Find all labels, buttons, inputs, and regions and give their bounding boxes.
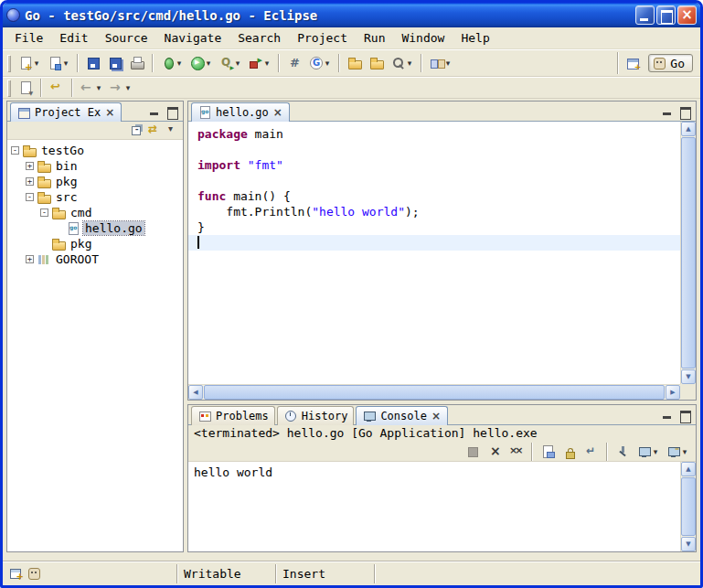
display-selected-console-button[interactable] (634, 441, 662, 463)
maximize-view-button[interactable] (164, 103, 180, 119)
close-window-button[interactable] (677, 5, 697, 25)
forward-button[interactable] (107, 77, 134, 99)
tree-expander-icon[interactable]: - (40, 208, 48, 217)
tree-expander-icon[interactable]: + (26, 162, 34, 170)
debug-button[interactable] (158, 52, 186, 74)
external-tools-button[interactable] (246, 52, 273, 74)
menu-item-project[interactable]: Project (289, 29, 356, 47)
scrollbar-thumb[interactable] (681, 477, 696, 536)
collapse-all-button[interactable] (129, 122, 145, 137)
scroll-lock-button[interactable] (559, 441, 580, 463)
menu-item-source[interactable]: Source (97, 29, 156, 47)
menu-item-run[interactable]: Run (356, 29, 393, 47)
new-wizard-button[interactable] (16, 52, 43, 74)
tab-project-explorer[interactable]: Project Ex (10, 102, 122, 122)
code-line[interactable]: import "fmt" (188, 157, 680, 173)
toolbar-grip[interactable] (7, 55, 10, 71)
maximize-view-button[interactable] (676, 103, 693, 119)
team-button[interactable] (427, 52, 454, 74)
code-line[interactable]: fmt.Println("hello world"); (188, 204, 680, 219)
tree-item-pkg[interactable]: +pkg (7, 174, 183, 189)
tree-item-goroot[interactable]: +GOROOT (7, 251, 183, 267)
code-line[interactable] (188, 173, 680, 188)
tab-history[interactable]: History (277, 406, 355, 425)
tree-expander-icon[interactable]: + (26, 255, 34, 263)
tree-item-pkg[interactable]: pkg (7, 236, 183, 251)
close-icon[interactable] (272, 106, 283, 119)
tree-item-src[interactable]: -src (7, 189, 183, 205)
scroll-left-icon[interactable] (188, 385, 203, 400)
scroll-down-icon[interactable] (681, 369, 696, 384)
search-button[interactable] (389, 52, 416, 74)
word-wrap-button[interactable] (581, 441, 602, 463)
view-menu-button[interactable] (164, 122, 180, 137)
title-bar[interactable]: Go - testGo/src/cmd/hello.go - Eclipse (3, 3, 700, 27)
pin-console-button[interactable] (612, 441, 633, 463)
scroll-down-icon[interactable] (681, 537, 696, 551)
open-type-button[interactable] (345, 52, 365, 74)
code-line[interactable]: } (188, 219, 680, 235)
remove-all-launches-button[interactable] (506, 441, 527, 463)
clear-console-button[interactable] (538, 441, 558, 463)
tree-item-testgo[interactable]: -testGo (7, 143, 183, 158)
browser-button[interactable] (306, 52, 334, 74)
scroll-up-icon[interactable] (681, 462, 696, 476)
tab-hello-go[interactable]: hello.go (191, 102, 290, 122)
next-annotation-button[interactable] (16, 77, 36, 99)
minimize-view-button[interactable] (659, 407, 676, 422)
scroll-up-icon[interactable] (681, 122, 696, 136)
editor-horizontal-scrollbar[interactable] (188, 384, 680, 400)
tab-problems[interactable]: Problems (191, 406, 275, 425)
code-line[interactable] (188, 235, 680, 251)
tab-console[interactable]: Console (356, 406, 448, 425)
menu-item-help[interactable]: Help (453, 29, 497, 47)
eclipse-logo-icon[interactable] (6, 8, 20, 22)
console-vertical-scrollbar[interactable] (680, 462, 696, 551)
menu-item-search[interactable]: Search (229, 29, 289, 47)
scrollbar-thumb[interactable] (681, 137, 696, 369)
code-line[interactable]: func main() { (188, 188, 680, 204)
code-editor[interactable]: package mainimport "fmt"func main() { fm… (188, 122, 680, 384)
minimize-window-button[interactable] (635, 5, 655, 25)
maximize-window-button[interactable] (656, 5, 676, 25)
menu-item-file[interactable]: File (6, 29, 51, 47)
terminate-button[interactable] (463, 441, 483, 463)
tree-item-bin[interactable]: +bin (7, 158, 183, 174)
open-resource-button[interactable] (367, 52, 387, 74)
maximize-view-button[interactable] (676, 407, 693, 422)
toolbar-grip[interactable] (7, 80, 10, 96)
go-status-button[interactable] (26, 565, 42, 581)
menu-item-window[interactable]: Window (393, 29, 453, 47)
close-icon[interactable] (104, 106, 115, 119)
link-with-editor-button[interactable] (146, 122, 163, 137)
open-console-button[interactable] (664, 441, 691, 463)
scrollbar-thumb[interactable] (204, 385, 665, 400)
close-icon[interactable] (431, 410, 442, 422)
save-all-button[interactable] (105, 52, 125, 74)
minimize-view-button[interactable] (659, 103, 676, 119)
tree-expander-icon[interactable]: - (11, 146, 19, 155)
tree-item-hello-go[interactable]: hello.go (7, 220, 183, 236)
tree-expander-icon[interactable]: + (26, 177, 34, 186)
minimize-view-button[interactable] (146, 103, 163, 119)
code-line[interactable] (188, 142, 680, 157)
editor-vertical-scrollbar[interactable] (680, 122, 696, 384)
menu-item-navigate[interactable]: Navigate (156, 29, 230, 47)
run-last-button[interactable] (217, 52, 244, 74)
print-button[interactable] (127, 52, 147, 74)
save-button[interactable] (83, 52, 103, 74)
fast-view-button[interactable] (8, 565, 25, 581)
go-perspective-button[interactable]: Go (648, 54, 693, 72)
last-edit-location-button[interactable] (47, 77, 67, 99)
code-line[interactable]: package main (188, 126, 680, 142)
remove-launch-button[interactable] (485, 441, 505, 463)
tree-expander-icon[interactable]: - (26, 193, 34, 201)
back-button[interactable] (78, 77, 105, 99)
scroll-right-icon[interactable] (666, 385, 680, 400)
open-perspective-button[interactable] (623, 52, 644, 74)
go-build-button[interactable] (284, 52, 304, 74)
tree-item-cmd[interactable]: -cmd (7, 205, 183, 220)
new-file-button[interactable] (45, 52, 72, 74)
menu-item-edit[interactable]: Edit (51, 29, 96, 47)
console-output[interactable]: hello world (188, 462, 680, 551)
